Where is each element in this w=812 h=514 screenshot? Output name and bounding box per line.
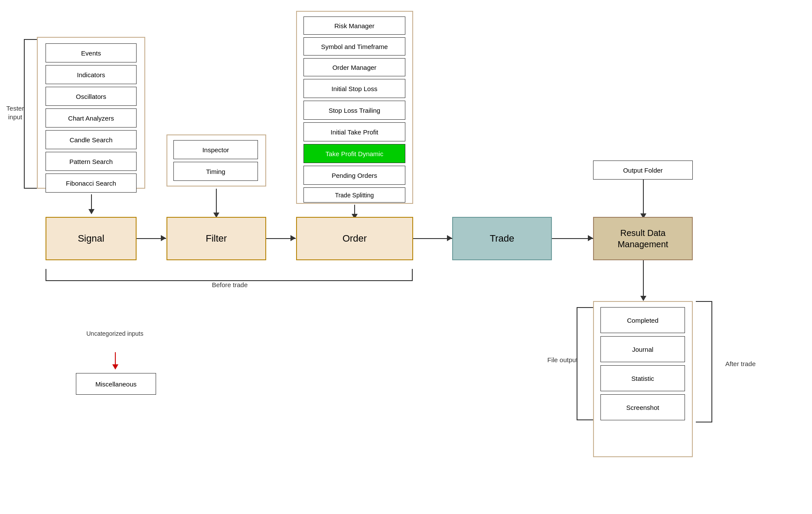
initial-take-profit-box: Initial Take Profit	[303, 122, 405, 141]
signal-filter-arrowhead	[161, 235, 166, 241]
uncategorized-label: Uncategorized inputs	[80, 330, 150, 337]
indicators-box: Indicators	[46, 65, 137, 84]
after-trade-label: After trade	[714, 360, 766, 367]
risk-manager-box: Risk Manager	[303, 16, 405, 35]
uncategorized-arrowhead	[112, 364, 118, 370]
order-trade-arrowhead	[447, 235, 452, 241]
inspector-box: Inspector	[173, 140, 258, 159]
completed-box: Completed	[600, 307, 685, 333]
symbol-timeframe-box: Symbol and Timeframe	[303, 37, 405, 56]
signal-main-box: Signal	[46, 217, 137, 260]
before-trade-bracket	[46, 269, 413, 281]
chart-analyzers-box: Chart Analyzers	[46, 108, 137, 128]
take-profit-dynamic-box: Take Profit Dynamic	[303, 144, 405, 163]
stop-loss-trailing-box: Stop Loss Trailing	[303, 101, 405, 120]
pattern-search-box: Pattern Search	[46, 152, 137, 171]
order-main-box: Order	[296, 217, 413, 260]
trade-result-arrow	[552, 238, 593, 239]
output-result-arrow-v	[643, 180, 644, 216]
signal-group-arrowhead	[88, 209, 95, 214]
pending-orders-box: Pending Orders	[303, 166, 405, 185]
events-box: Events	[46, 43, 137, 62]
trade-main-box: Trade	[452, 217, 552, 260]
journal-box: Journal	[600, 336, 685, 362]
timing-box: Timing	[173, 162, 258, 181]
filter-order-arrowhead	[290, 235, 296, 241]
order-manager-box: Order Manager	[303, 58, 405, 76]
trade-splitting-box: Trade Splitting	[303, 187, 405, 203]
filter-group-arrow-v	[216, 189, 217, 216]
screenshot-box: Screenshot	[600, 394, 685, 420]
after-trade-bracket	[696, 301, 712, 422]
order-trade-arrow	[413, 238, 452, 239]
miscellaneous-box: Miscellaneous	[76, 373, 156, 395]
candle-search-box: Candle Search	[46, 130, 137, 149]
result-main-box: Result Data Management	[593, 217, 693, 260]
initial-stop-loss-box: Initial Stop Loss	[303, 79, 405, 98]
fibonacci-search-box: Fibonacci Search	[46, 174, 137, 193]
filter-main-box: Filter	[166, 217, 266, 260]
tester-input-label: Tester input	[2, 104, 28, 121]
trade-result-arrowhead	[588, 235, 593, 241]
result-fileoutput-arrow-v	[643, 260, 644, 299]
oscillators-box: Oscillators	[46, 87, 137, 106]
statistic-box: Statistic	[600, 365, 685, 391]
before-trade-label: Before trade	[186, 281, 273, 288]
result-fileoutput-arrowhead	[640, 296, 646, 301]
file-output-label: File output	[546, 356, 579, 364]
file-output-bracket	[577, 307, 593, 420]
output-folder-box: Output Folder	[593, 160, 693, 180]
